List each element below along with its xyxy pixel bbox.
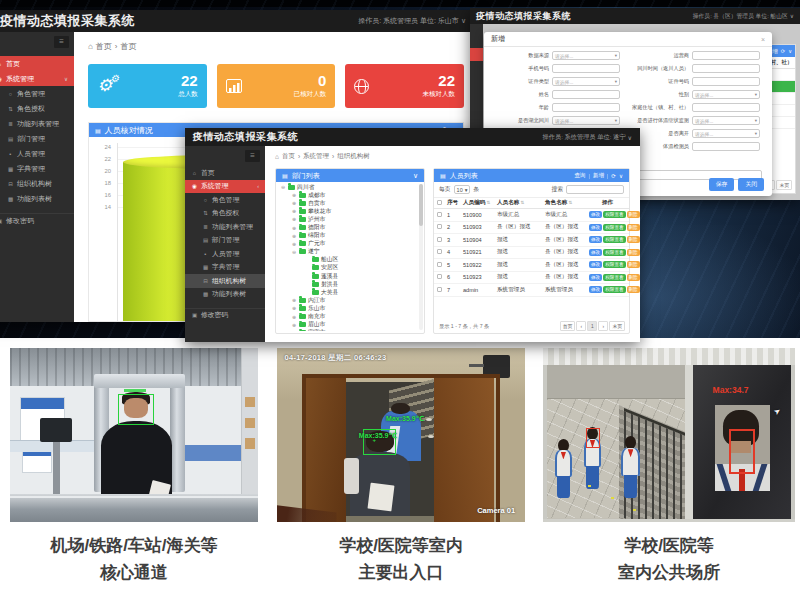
field-input[interactable] [692,64,760,74]
expander-icon[interactable]: ⊕ [291,314,297,320]
refresh-icon[interactable]: ⟳ [611,173,616,179]
row-checkbox[interactable] [437,212,447,218]
breadcrumb-item[interactable]: 系统管理 [303,152,329,161]
tree-node[interactable]: 船山区 [280,256,417,264]
close-icon[interactable]: × [761,36,765,43]
delete-button[interactable]: 删除 [627,224,640,231]
perm-view-button[interactable]: 权限查看 [603,236,625,243]
table-row[interactable]: 4 510921 报送 县（区）报送 修改 权限查看 删除 [434,247,629,260]
field-input[interactable] [552,64,620,74]
delete-button[interactable]: 删除 [627,286,640,293]
save-button[interactable]: 保存 [709,178,735,191]
expander-icon[interactable]: ⊕ [291,322,297,328]
expander-icon[interactable]: ⊕ [291,233,297,239]
row-checkbox[interactable] [437,249,447,255]
tree-node[interactable]: ⊖ 遂宁 [280,248,417,256]
select-all-checkbox[interactable] [437,200,447,206]
breadcrumb-item[interactable]: 首页 [282,152,295,161]
expander-icon[interactable]: ⊖ [291,249,297,255]
table-row[interactable]: 2 510903 县（区）报送 县（区）报送 修改 权限查看 删除 [434,222,629,235]
hamburger-icon[interactable]: ≡ [54,36,69,48]
delete-button[interactable]: 删除 [627,236,640,243]
table-row[interactable]: 3 510904 报送 县（区）报送 修改 权限查看 删除 [434,234,629,247]
sidebar-item[interactable]: ≣ 功能列表管理 [185,220,265,234]
delete-button[interactable]: 删除 [627,211,640,218]
search-input[interactable] [566,185,624,194]
tree-node[interactable]: ⊕ 南充市 [280,313,417,321]
field-input[interactable] [692,51,760,61]
row-checkbox[interactable] [437,262,447,268]
sidebar-item[interactable]: ▣ 修改密码 [185,308,265,322]
tree-node[interactable]: 安居区 [280,264,417,272]
table-row[interactable]: 1 510900 市级汇总 市级汇总 修改 权限查看 删除 [434,209,629,222]
tree-node[interactable]: 蓬溪县 [280,272,417,280]
edit-button[interactable]: 修改 [589,249,602,256]
tree-node[interactable]: 大英县 [280,288,417,296]
sidebar-item[interactable]: ⌂ 首页 [185,166,265,180]
expander-icon[interactable]: ⊕ [291,297,297,303]
page-button[interactable]: 首页 [560,321,576,331]
delete-button[interactable]: 删除 [627,249,640,256]
edit-button[interactable]: 修改 [589,261,602,268]
tree-node[interactable]: ⊕ 眉山市 [280,321,417,329]
sidebar-item[interactable]: ▩ 功能列表树 [185,288,265,302]
query-button[interactable]: 查询 [574,172,585,179]
expander-icon[interactable]: ⊕ [291,241,297,247]
page-size-select[interactable]: 10 ▾ [454,185,471,194]
hamburger-icon[interactable]: ≡ [245,150,260,162]
page-button[interactable]: ‹ [576,321,586,331]
sidebar-item[interactable]: ▣ 修改密码 [0,213,74,228]
operator-info[interactable]: 操作员: 系统管理员 单位: 乐山市 ∨ [358,16,466,26]
sidebar-item[interactable]: ⊟ 组织机构树 [0,176,74,191]
col-name[interactable]: 人员名称⇅ [497,199,545,207]
edit-button[interactable]: 修改 [589,224,602,231]
tree-node[interactable]: ⊕ 乐山市 [280,304,417,312]
sidebar-item[interactable]: ▪ 人员管理 [0,146,74,161]
breadcrumb-item[interactable]: 首页 [96,41,112,52]
edit-button[interactable]: 修改 [589,274,602,281]
edit-button[interactable]: 修改 [589,211,602,218]
field-input[interactable]: 请选择... ▾ [692,129,760,139]
perm-view-button[interactable]: 权限查看 [603,261,625,268]
chevron-down-icon[interactable]: ∨ [788,48,792,54]
field-input[interactable] [692,103,760,113]
sidebar-item[interactable]: ⌂ 首页 [0,56,74,71]
sidebar-item[interactable]: ◉ 系统管理 ∨ [0,71,74,86]
sidebar-item[interactable]: ≣ 功能列表管理 [0,116,74,131]
expander-icon[interactable]: ⊖ [280,184,286,190]
edit-button[interactable]: 修改 [589,286,602,293]
perm-view-button[interactable]: 权限查看 [603,224,625,231]
perm-view-button[interactable]: 权限查看 [603,211,625,218]
col-role[interactable]: 角色名称⇅ [545,199,589,207]
sidebar-item[interactable]: ▩ 功能列表树 [0,191,74,206]
tree-node[interactable]: ⊕ 成都市 [280,191,417,199]
expander-icon[interactable]: ⊕ [291,216,297,222]
table-row[interactable]: 6 510923 报送 县（区）报送 修改 权限查看 删除 [434,272,629,285]
sidebar-item[interactable]: ○ 角色管理 [0,86,74,101]
close-button[interactable]: 关闭 [738,178,764,191]
sidebar-item[interactable]: ⇅ 角色授权 [185,207,265,221]
sidebar-item[interactable]: ▤ 部门管理 [0,131,74,146]
row-checkbox[interactable] [437,287,447,293]
tree-node[interactable]: ⊕ 攀枝花市 [280,207,417,215]
expander-icon[interactable]: ⊕ [291,330,297,331]
col-no[interactable]: 序号 [447,199,463,207]
tree-node[interactable]: ⊖ 四川省 [280,183,417,191]
stat-card[interactable]: 22 未核对人数 [345,64,464,108]
page-button[interactable]: 末页 [609,321,625,331]
page-button[interactable]: 1 [587,321,597,331]
perm-view-button[interactable]: 权限查看 [603,286,625,293]
refresh-icon[interactable]: ⟳ [781,48,785,54]
tree-node[interactable]: ⊕ 内江市 [280,296,417,304]
page-button[interactable]: › [598,321,608,331]
chevron-down-icon[interactable]: ∨ [413,172,418,180]
operator-info[interactable]: 操作员: 县（区）管理员 单位: 船山区 ∨ [693,12,794,21]
sidebar-item[interactable]: ⊟ 组织机构树 [185,274,265,288]
expander-icon[interactable]: ⊕ [291,200,297,206]
col-code[interactable]: 人员编码⇅ [463,199,497,207]
stat-card[interactable]: 22 总人数 [88,64,207,108]
field-input[interactable]: 请选择... ▾ [552,51,620,61]
page-button[interactable]: 末页 [776,180,792,190]
operator-info[interactable]: 操作员: 系统管理员 单位: 遂宁 ∨ [543,133,632,142]
row-checkbox[interactable] [437,237,447,243]
